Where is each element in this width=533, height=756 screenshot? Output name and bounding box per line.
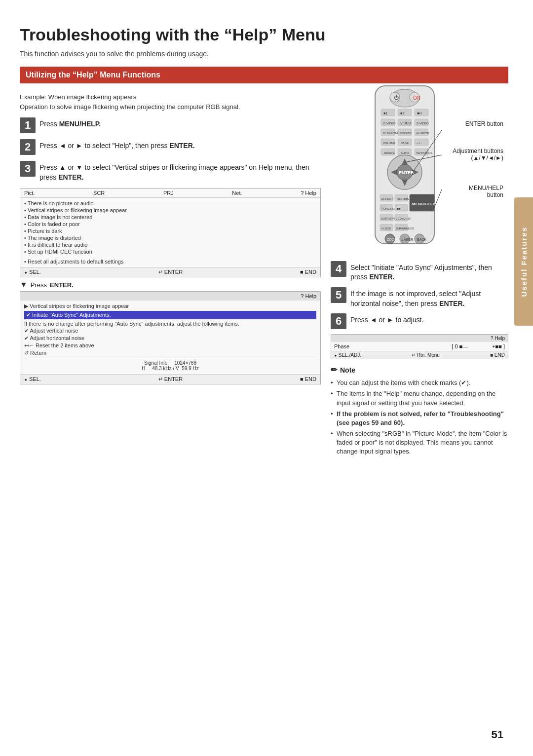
screen1-footer: ⬥ SEL. ↵ ENTER ■ END xyxy=(20,267,320,277)
screen2-list: ▶ Vertical stripes or flickering image a… xyxy=(24,302,316,310)
intro-text: This function advises you to solve the p… xyxy=(20,50,508,58)
press-label: Press xyxy=(31,281,47,289)
step6-text: Press ◄ or ► to adjust. xyxy=(350,316,423,324)
note-item-1: You can adjust the items with check mark… xyxy=(331,378,508,388)
highlighted-row: ✔ Initiate "Auto Sync" Adjustments. xyxy=(24,311,316,319)
svg-text:VOLUME: VOLUME xyxy=(383,142,395,145)
step-4: 4 Select "Initiate "Auto Sync" Adjustmen… xyxy=(331,261,508,282)
step-5: 5 If the image is not improved, select "… xyxy=(331,287,508,308)
step3-bold: ENTER. xyxy=(58,173,83,181)
list-item: ✔ Adjust vertical noise xyxy=(24,327,316,335)
step-content-1: Press MENU/HELP. xyxy=(39,117,101,129)
step-number-2: 2 xyxy=(20,139,36,155)
note-body: You can adjust the items with check mark… xyxy=(331,378,508,457)
svg-text:KEYSTONE: KEYSTONE xyxy=(417,151,433,154)
phase-label: Phase xyxy=(334,343,349,349)
screen2-footer: ⬥ SEL. ↵ ENTER ■ END xyxy=(20,374,320,384)
two-col-layout: Example: When image flickering appears O… xyxy=(20,83,508,457)
note-list: You can adjust the items with check mark… xyxy=(331,378,508,457)
svg-text:AUTO: AUTO xyxy=(401,151,409,154)
list-item: There is no picture or audio xyxy=(24,200,316,207)
list-item: ↤← Reset the 2 items above xyxy=(24,342,316,349)
main-content: Troubleshooting with the “Help” Menu Thi… xyxy=(20,10,508,746)
list-item: It is difficult to hear audio xyxy=(24,241,316,248)
svg-text:H.SIZE: H.SIZE xyxy=(381,227,391,230)
screen1-body: There is no picture or audio Vertical st… xyxy=(20,198,320,267)
step-content-4: Select "Initiate "Auto Sync" Adjustments… xyxy=(350,261,508,282)
svg-text:BACK: BACK xyxy=(417,238,426,241)
press-enter-bold: ENTER. xyxy=(50,281,74,289)
sidebar-label: Useful Features xyxy=(520,227,528,297)
step-content-3: Press ▲ or ▼ to select "Vertical stripes… xyxy=(39,161,321,182)
svg-text:MENU/HELP: MENU/HELP xyxy=(412,202,436,206)
note-section: ✏ Note You can adjust the items with che… xyxy=(331,365,508,457)
list-item: Data image is not centered xyxy=(24,214,316,221)
step-1: 1 Press MENU/HELP. xyxy=(20,117,321,133)
step-2: 2 Press ◄ or ► to select "Help", then pr… xyxy=(20,139,321,155)
remote-area: ⏻ ON ■1 ■2 ■H D.VIDEO VIDEO xyxy=(336,83,503,256)
screen2-body: ▶ Vertical stripes or flickering image a… xyxy=(20,301,320,374)
list-item: Picture is dark xyxy=(24,227,316,234)
svg-text:■■: ■■ xyxy=(397,207,401,210)
svg-text:S-VIDEO: S-VIDEO xyxy=(417,122,429,125)
screen-mockup-2: ? Help ▶ Vertical stripes or flickering … xyxy=(20,291,321,384)
step1-text: Press xyxy=(39,120,59,128)
svg-text:AUTO SYNC: AUTO SYNC xyxy=(381,217,397,220)
page-title: Troubleshooting with the “Help” Menu xyxy=(20,25,508,45)
step-number-4: 4 xyxy=(331,261,346,277)
step-6: 6 Press ◄ or ► to adjust. xyxy=(331,313,508,329)
step2-text: Press ◄ or ► to select "Help", then pres… xyxy=(39,142,169,150)
step-3: 3 Press ▲ or ▼ to select "Vertical strip… xyxy=(20,161,321,182)
note-item-3: If the problem is not solved, refer to "… xyxy=(331,409,508,428)
section-heading: Utilizing the “Help” Menu Functions xyxy=(20,67,508,83)
step5-bold: ENTER. xyxy=(439,300,464,307)
screen-mockup-1: Pict. SCR PRJ Net. ? Help There is no pi… xyxy=(20,188,321,277)
svg-line-69 xyxy=(434,189,442,208)
phase-bar-footer: ⬥ SEL./ADJ. ↵ Rtn. Menu ■ END xyxy=(331,351,508,359)
remote-svg: ⏻ ON ■1 ■2 ■H D.VIDEO VIDEO xyxy=(365,83,444,251)
screen1-reset-list: Reset all adjustments to default setting… xyxy=(24,258,316,265)
list-item: If there is no change after performing "… xyxy=(24,320,316,327)
sidebar-tab: Useful Features xyxy=(514,197,533,326)
step-number-5: 5 xyxy=(331,287,346,303)
step-content-5: If the image is not improved, select "Ad… xyxy=(350,287,508,308)
operation-text: Operation to solve image flickering when… xyxy=(20,103,321,112)
svg-text:ECO+QUIET: ECO+QUIET xyxy=(396,217,412,220)
svg-text:+ / -: + / - xyxy=(417,142,422,145)
press-enter-row: ▼ Press ENTER. xyxy=(20,280,321,289)
svg-text:RETURN: RETURN xyxy=(397,197,409,200)
step-number-6: 6 xyxy=(331,313,346,329)
example-text: Example: When image flickering appears xyxy=(20,93,321,101)
svg-text:ZOOM: ZOOM xyxy=(387,238,397,241)
step2-bold: ENTER. xyxy=(169,142,194,150)
svg-text:VIDEO: VIDEO xyxy=(400,121,411,125)
list-item: ↺ Return xyxy=(24,349,316,357)
list-item: Set up HDMI CEC function xyxy=(24,248,316,255)
screen1-header: Pict. SCR PRJ Net. ? Help xyxy=(20,189,320,198)
svg-text:ON: ON xyxy=(413,95,420,101)
step-number-1: 1 xyxy=(20,117,36,133)
down-arrow-icon: ▼ xyxy=(20,280,28,289)
list-item: ✔ Adjust horizontal noise xyxy=(24,335,316,342)
list-item: Reset all adjustments to default setting… xyxy=(24,258,316,265)
svg-text:SHARPNESS: SHARPNESS xyxy=(396,227,414,230)
note-item-4: When selecting "sRGB" in "Picture Mode",… xyxy=(331,428,508,457)
list-item: The image is distorted xyxy=(24,234,316,241)
step-content-6: Press ◄ or ► to adjust. xyxy=(350,313,423,325)
note-item-2: The items in the "Help" menu change, dep… xyxy=(331,388,508,408)
right-steps: 4 Select "Initiate "Auto Sync" Adjustmen… xyxy=(331,261,508,359)
left-column: Example: When image flickering appears O… xyxy=(20,83,321,457)
phase-bar: ? Help Phase [ 0 ■— +■■ ] ⬥ SEL./ADJ. ↵ … xyxy=(331,334,508,359)
screen1-list: There is no picture or audio Vertical st… xyxy=(24,200,316,255)
svg-text:LASER: LASER xyxy=(402,238,413,241)
screen2-sublist: If there is no change after performing "… xyxy=(24,320,316,357)
svg-text:PAGE: PAGE xyxy=(401,142,409,145)
menu-help-label: MENU/HELP button xyxy=(469,185,503,198)
note-title-text: Note xyxy=(340,366,355,374)
svg-text:■2: ■2 xyxy=(400,112,404,115)
list-item: ▶ Vertical stripes or flickering image a… xyxy=(24,302,316,310)
step1-bold: MENU/HELP. xyxy=(59,120,101,128)
adjustment-buttons-label: Adjustment buttons (▲/▼/◄/►) xyxy=(453,148,503,161)
step-number-3: 3 xyxy=(20,161,36,177)
step-content-2: Press ◄ or ► to select "Help", then pres… xyxy=(39,139,195,151)
